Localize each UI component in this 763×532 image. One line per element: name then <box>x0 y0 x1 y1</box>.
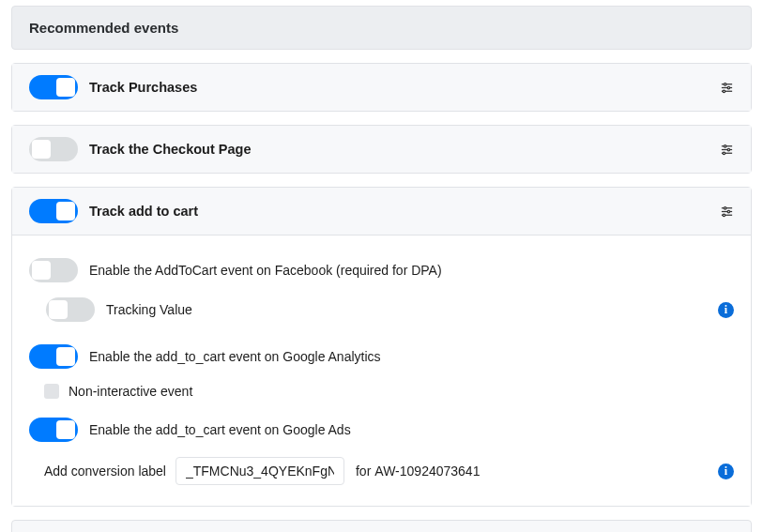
sliders-icon[interactable] <box>719 204 734 219</box>
event-card-next <box>11 520 752 532</box>
checkbox-non-interactive[interactable] <box>44 384 59 399</box>
conversion-for-prefix: for <box>356 464 371 479</box>
row-conversion-label: Add conversion label for AW-10924073641 <box>29 449 734 489</box>
row-tracking-value: Tracking Value <box>29 290 734 329</box>
row-label: Non-interactive event <box>69 384 192 399</box>
toggle-ga-addtocart[interactable] <box>29 344 78 369</box>
toggle-tracking-value[interactable] <box>46 297 95 322</box>
toggle-add-to-cart[interactable] <box>29 199 78 223</box>
svg-point-11 <box>723 152 725 155</box>
svg-point-9 <box>727 148 730 151</box>
row-label: Tracking Value <box>106 302 192 317</box>
sliders-icon[interactable] <box>719 80 734 95</box>
svg-point-7 <box>724 144 726 147</box>
svg-point-3 <box>727 86 730 89</box>
row-non-interactive: Non-interactive event <box>29 376 734 406</box>
row-label: Enable the AddToCart event on Facebook (… <box>89 263 442 278</box>
event-card-purchases: Track Purchases <box>11 63 752 112</box>
event-card-header: Track the Checkout Page <box>12 126 751 173</box>
info-icon[interactable] <box>718 464 734 479</box>
row-label: Enable the add_to_cart event on Google A… <box>89 349 381 364</box>
toggle-purchases[interactable] <box>29 75 78 99</box>
row-ga-addtocart: Enable the add_to_cart event on Google A… <box>29 337 734 376</box>
event-card-checkout: Track the Checkout Page <box>11 125 752 174</box>
svg-point-13 <box>724 206 726 209</box>
event-card-header: Track add to cart <box>12 188 751 235</box>
svg-point-1 <box>724 83 726 85</box>
toggle-facebook-addtocart[interactable] <box>29 258 78 282</box>
sliders-icon[interactable] <box>719 142 734 157</box>
section-title: Recommended events <box>29 20 178 36</box>
row-google-ads-addtocart: Enable the add_to_cart event on Google A… <box>29 410 734 449</box>
svg-point-15 <box>727 210 730 213</box>
event-card-header: Track Purchases <box>12 64 751 111</box>
toggle-checkout[interactable] <box>29 137 78 161</box>
event-label: Track the Checkout Page <box>89 142 251 157</box>
event-card-add-to-cart: Track add to cart Enable the AddToCart e… <box>11 187 752 507</box>
event-label: Track Purchases <box>89 80 197 95</box>
toggle-google-ads-addtocart[interactable] <box>29 418 78 442</box>
event-label: Track add to cart <box>89 204 198 219</box>
conversion-prefix: Add conversion label <box>44 464 166 479</box>
section-header: Recommended events <box>11 6 752 50</box>
svg-point-5 <box>723 90 725 93</box>
conversion-label-input[interactable] <box>175 457 344 485</box>
conversion-account: AW-10924073641 <box>374 464 480 479</box>
row-facebook-addtocart: Enable the AddToCart event on Facebook (… <box>29 251 734 290</box>
svg-point-17 <box>723 214 725 217</box>
info-icon[interactable] <box>718 302 734 318</box>
event-card-body: Enable the AddToCart event on Facebook (… <box>12 235 751 506</box>
row-label: Enable the add_to_cart event on Google A… <box>89 422 351 437</box>
